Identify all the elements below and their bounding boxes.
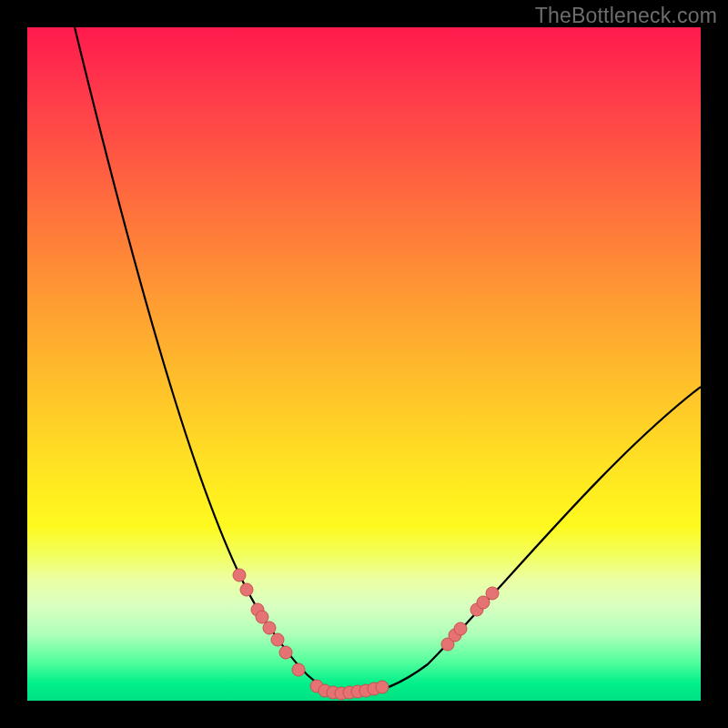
data-point [376,681,389,693]
data-point [486,587,499,600]
data-point [233,569,246,581]
curve-layer [75,27,701,694]
data-point [454,622,467,635]
data-point [240,583,253,596]
chart-frame: TheBottleneck.com [0,0,728,728]
data-point [263,622,276,634]
data-point [279,646,292,659]
data-markers [233,569,499,700]
bottleneck-curve [75,27,701,694]
chart-plot-area [27,27,701,701]
watermark-text: TheBottleneck.com [535,4,717,28]
data-point [256,611,268,623]
data-point [292,663,305,676]
chart-svg [27,27,701,701]
data-point [271,633,284,646]
